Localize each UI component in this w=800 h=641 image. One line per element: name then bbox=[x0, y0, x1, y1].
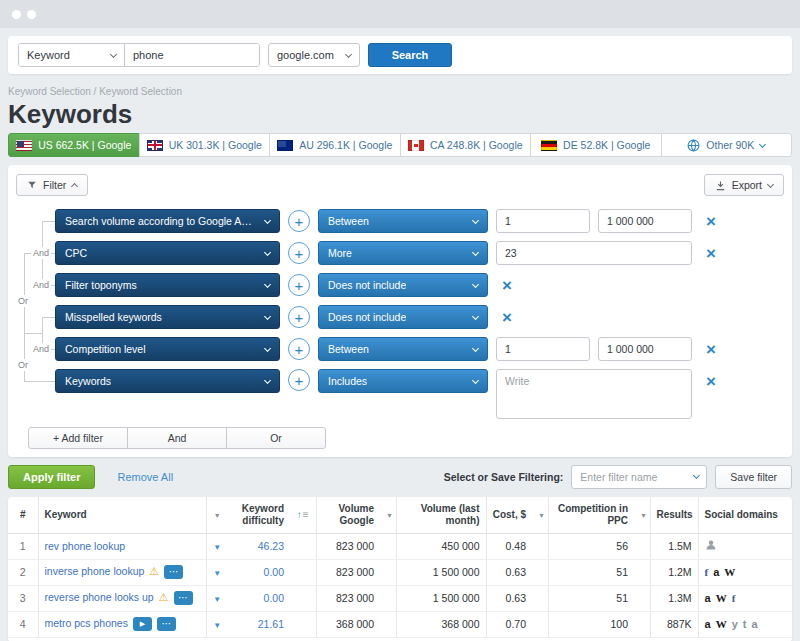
col-header-results[interactable]: Results bbox=[650, 497, 698, 533]
au-flag-icon bbox=[277, 140, 293, 151]
remove-filter-button[interactable]: × bbox=[502, 309, 512, 326]
filter-name-input[interactable] bbox=[571, 465, 707, 489]
filter-caret-icon[interactable]: ▼ bbox=[386, 512, 393, 519]
col-header-volume_filter[interactable]: ▼ bbox=[380, 497, 396, 533]
col-header-volume_last[interactable]: Volume (last month) bbox=[396, 497, 486, 533]
add-condition-button[interactable]: + bbox=[288, 210, 310, 232]
cell-social: aWyta bbox=[698, 611, 792, 637]
search-button[interactable]: Search bbox=[368, 43, 452, 67]
amazon-icon: a bbox=[751, 618, 757, 630]
keyword-link[interactable]: rev phone lookup bbox=[45, 540, 126, 552]
filter-field-dropdown[interactable]: Competition level bbox=[55, 337, 280, 361]
filter-keywords-textarea[interactable] bbox=[496, 369, 692, 419]
cell-volume_filter bbox=[380, 559, 396, 585]
col-header-cost_filter[interactable]: ▼ bbox=[532, 497, 548, 533]
remove-filter-button[interactable]: × bbox=[706, 213, 716, 230]
filter-name-combo bbox=[571, 465, 707, 489]
col-header-cost[interactable]: Cost, $ bbox=[486, 497, 532, 533]
col-header-sort[interactable]: ↑≡ bbox=[290, 497, 316, 533]
col-header-num[interactable]: # bbox=[8, 497, 38, 533]
chat-icon[interactable]: ⋯ bbox=[164, 565, 183, 579]
filter-field-dropdown[interactable]: Search volume according to Google Ad... bbox=[55, 209, 280, 233]
video-icon[interactable]: ▶ bbox=[133, 617, 152, 631]
filter-field-dropdown[interactable]: Misspelled keywords bbox=[55, 305, 280, 329]
tab-de[interactable]: DE 52.8K | Google bbox=[530, 133, 662, 157]
cell-cost_filter bbox=[532, 533, 548, 559]
cell-cost_filter bbox=[532, 559, 548, 585]
cell-keyword: inverse phone lookup⚠⋯ bbox=[38, 559, 206, 585]
sort-asc-icon[interactable]: ↑≡ bbox=[297, 509, 309, 520]
country-tabs: US 662.5K | GoogleUK 301.3K | GoogleAU 2… bbox=[8, 133, 792, 157]
filter-caret-icon[interactable]: ▼ bbox=[538, 512, 545, 519]
cell-num: 2 bbox=[8, 559, 38, 585]
keyword-link[interactable]: inverse phone lookup bbox=[45, 565, 145, 577]
table-row: 4metro pcs phones▶⋯▼21.61368 000368 0000… bbox=[8, 611, 792, 637]
col-header-competition[interactable]: Competition in PPC bbox=[548, 497, 634, 533]
and-button[interactable]: And bbox=[127, 427, 227, 449]
add-condition-button[interactable]: + bbox=[288, 369, 310, 391]
add-condition-button[interactable]: + bbox=[288, 338, 310, 360]
col-header-comp_filter[interactable]: ▼ bbox=[634, 497, 650, 533]
keyword-link[interactable]: reverse phone looks up bbox=[45, 591, 154, 603]
remove-filter-button[interactable]: × bbox=[706, 341, 716, 358]
cell-keyword: metro pcs phones▶⋯ bbox=[38, 611, 206, 637]
filter-value-input[interactable] bbox=[598, 209, 692, 233]
cell-keyword: reverse phone looks up⚠⋯ bbox=[38, 585, 206, 611]
cell-cost_filter bbox=[532, 611, 548, 637]
add-condition-button[interactable]: + bbox=[288, 242, 310, 264]
col-header-trend[interactable]: ▼ bbox=[206, 497, 228, 533]
filter-field-dropdown[interactable]: CPC bbox=[55, 241, 280, 265]
remove-all-link[interactable]: Remove All bbox=[117, 471, 173, 483]
filter-row: Search volume according to Google Ad...+… bbox=[55, 209, 784, 233]
search-query-input[interactable] bbox=[125, 44, 259, 66]
export-button[interactable]: Export bbox=[704, 174, 784, 196]
filter-rows: Search volume according to Google Ad...+… bbox=[55, 209, 784, 419]
col-header-difficulty[interactable]: Keyword difficulty bbox=[228, 497, 290, 533]
filter-value-input[interactable] bbox=[496, 241, 692, 265]
cell-volume_filter bbox=[380, 533, 396, 559]
cell-sort bbox=[290, 559, 316, 585]
filter-condition-dropdown[interactable]: Does not include bbox=[318, 305, 488, 329]
tab-us[interactable]: US 662.5K | Google bbox=[8, 133, 140, 157]
filter-field-dropdown[interactable]: Filter toponyms bbox=[55, 273, 280, 297]
search-engine-select[interactable]: google.com bbox=[268, 43, 360, 67]
tab-other[interactable]: Other 90K bbox=[661, 133, 793, 157]
remove-filter-button[interactable]: × bbox=[502, 277, 512, 294]
add-condition-button[interactable]: + bbox=[288, 306, 310, 328]
tab-ca[interactable]: CA 248.8K | Google bbox=[400, 133, 532, 157]
keyword-link[interactable]: metro pcs phones bbox=[45, 617, 128, 629]
table-row: 2inverse phone lookup⚠⋯▼0.00823 0001 500… bbox=[8, 559, 792, 585]
filter-condition-dropdown[interactable]: More bbox=[318, 241, 488, 265]
tab-uk[interactable]: UK 301.3K | Google bbox=[139, 133, 271, 157]
save-filter-button[interactable]: Save filter bbox=[715, 465, 792, 489]
or-button[interactable]: Or bbox=[226, 427, 326, 449]
remove-filter-button[interactable]: × bbox=[706, 373, 716, 390]
filter-condition-dropdown[interactable]: Between bbox=[318, 209, 488, 233]
apply-filter-button[interactable]: Apply filter bbox=[8, 465, 95, 489]
filter-toggle-button[interactable]: Filter bbox=[16, 174, 88, 196]
cell-results: 1.2M bbox=[650, 559, 698, 585]
filter-condition-dropdown[interactable]: Between bbox=[318, 337, 488, 361]
filter-value-input[interactable] bbox=[496, 209, 590, 233]
chevron-down-icon bbox=[264, 312, 271, 319]
col-header-social[interactable]: Social domains bbox=[698, 497, 792, 533]
add-filter-button[interactable]: + Add filter bbox=[28, 427, 128, 449]
filter-field-dropdown[interactable]: Keywords bbox=[55, 369, 280, 393]
filter-condition-dropdown[interactable]: Includes bbox=[318, 369, 488, 393]
filter-value-input[interactable] bbox=[496, 337, 590, 361]
more-icon[interactable]: ⋯ bbox=[157, 617, 176, 631]
add-condition-button[interactable]: + bbox=[288, 274, 310, 296]
filter-caret-icon[interactable]: ▼ bbox=[640, 512, 647, 519]
filter-value-input[interactable] bbox=[598, 337, 692, 361]
cell-comp_filter bbox=[634, 533, 650, 559]
col-header-volume[interactable]: Volume Google bbox=[316, 497, 380, 533]
filter-condition-dropdown[interactable]: Does not include bbox=[318, 273, 488, 297]
col-header-keyword[interactable]: Keyword bbox=[38, 497, 206, 533]
chat-icon[interactable]: ⋯ bbox=[174, 591, 193, 605]
window-titlebar bbox=[0, 0, 800, 28]
tab-au[interactable]: AU 296.1K | Google bbox=[269, 133, 401, 157]
filter-caret-icon[interactable]: ▼ bbox=[214, 512, 221, 519]
warning-icon: ⚠ bbox=[149, 565, 159, 577]
search-type-select[interactable]: Keyword bbox=[19, 44, 125, 66]
remove-filter-button[interactable]: × bbox=[706, 245, 716, 262]
